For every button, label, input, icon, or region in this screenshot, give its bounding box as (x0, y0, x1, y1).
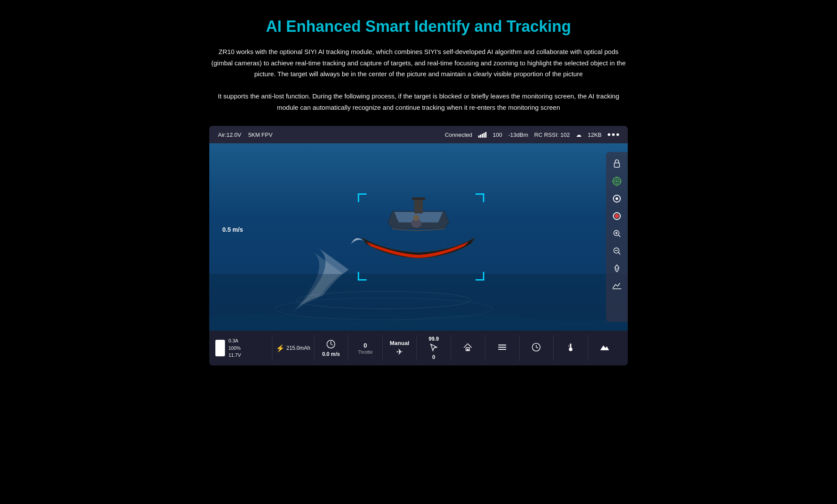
air-voltage: Air:12.0V (218, 132, 241, 138)
altitude-section[interactable] (588, 335, 622, 361)
bars-icon (497, 342, 507, 354)
ai-target-icon-btn[interactable] (609, 174, 624, 189)
tracking-corner-bl (358, 272, 367, 281)
rc-rssi: RC RSSI: 102 (534, 132, 570, 138)
mode-icon: ✈ (396, 347, 403, 357)
tracking-corner-tr (476, 193, 484, 202)
page-title: AI Enhanced Smart Identify and Tracking (266, 17, 571, 36)
drone-ui-container: Air:12.0V 5KM FPV Connected 100 -13dBm R… (209, 126, 628, 365)
charge-value: 215.0mAh (286, 345, 310, 351)
temperature-section[interactable] (553, 335, 587, 361)
charge-icon: ⚡ (276, 344, 285, 352)
home-icon (463, 342, 473, 354)
signal-dbm: -13dBm (508, 132, 528, 138)
mode-section: Manual ✈ (382, 335, 416, 361)
photo-icon-btn[interactable] (609, 191, 624, 206)
mode-top-value: 99.9 (429, 336, 439, 342)
right-sidebar (606, 152, 628, 322)
status-bar: Air:12.0V 5KM FPV Connected 100 -13dBm R… (209, 126, 628, 143)
tracking-corner-tl (358, 193, 367, 202)
throttle-label: Throttle (358, 350, 373, 355)
speed-overlay: 0.5 m/s (222, 226, 243, 233)
video-area: 0.5 m/s (209, 143, 628, 331)
gps-icon (429, 343, 438, 353)
flight-mode: Manual (390, 340, 409, 346)
charge-section: ⚡ 215.0mAh (272, 335, 314, 361)
battery-fill (216, 341, 224, 355)
zoom-in-icon-btn[interactable] (609, 226, 624, 241)
svg-point-10 (616, 180, 618, 182)
macro-icon-btn[interactable] (609, 261, 624, 276)
svg-line-36 (536, 347, 538, 348)
battery-current: 0.3A (228, 337, 241, 345)
temperature-icon (566, 342, 575, 354)
svg-rect-31 (498, 345, 506, 345)
altitude-icon (600, 342, 609, 354)
clock-icon (531, 342, 541, 354)
fpv-range: 5KM FPV (248, 132, 272, 138)
battery-stats: 0.3A 100% 11.7V (228, 337, 241, 359)
clock-section[interactable] (519, 335, 553, 361)
status-left: Air:12.0V 5KM FPV (218, 132, 272, 138)
dots-menu[interactable] (608, 133, 619, 136)
page-wrapper: AI Enhanced Smart Identify and Tracking … (0, 0, 837, 504)
mode-bottom-value: 0 (432, 354, 436, 360)
svg-line-24 (619, 253, 621, 255)
speed-value-bottom: 0.0 m/s (322, 351, 340, 357)
description-para1: ZR10 works with the optional SIYI AI tra… (209, 46, 628, 80)
description-para2: It supports the anti-lost function. Duri… (209, 91, 628, 113)
connection-status: Connected (445, 132, 472, 138)
throttle-section: 0 Throttle (348, 335, 382, 361)
speed-icon (326, 339, 336, 350)
svg-rect-32 (498, 347, 506, 348)
svg-point-38 (569, 348, 572, 351)
svg-point-16 (616, 197, 618, 200)
charge-row: ⚡ 215.0mAh (276, 344, 310, 352)
mode-values-section: 99.9 0 (416, 335, 450, 361)
svg-rect-30 (467, 349, 469, 351)
svg-point-18 (615, 214, 619, 218)
bars-section[interactable] (485, 335, 519, 361)
tracking-corner-br (476, 272, 484, 281)
svg-rect-7 (614, 163, 619, 167)
battery-section: 0.3A 100% 11.7V (215, 337, 272, 359)
speed-value: 0.5 m/s (222, 226, 243, 233)
battery-percent: 100% (228, 345, 241, 352)
record-icon-btn[interactable] (609, 209, 624, 223)
bottom-bar: 0.3A 100% 11.7V ⚡ 215.0mAh 0.0 m/s (209, 331, 628, 365)
status-right: Connected 100 -13dBm RC RSSI: 102 ☁ 12KB (445, 132, 619, 138)
tracking-box (358, 193, 484, 281)
throttle-value: 0 (364, 342, 367, 349)
battery-icon (215, 340, 225, 356)
battery-voltage: 11.7V (228, 352, 241, 359)
bandwidth-value: 12KB (588, 132, 602, 138)
signal-icon (478, 132, 487, 138)
bandwidth-icon: ☁ (576, 132, 582, 138)
home-section[interactable] (451, 335, 485, 361)
svg-line-20 (619, 235, 621, 237)
zoom-out-icon-btn[interactable] (609, 244, 624, 258)
svg-rect-33 (498, 349, 506, 350)
speed-section: 0.0 m/s (314, 335, 348, 361)
description-block: ZR10 works with the optional SIYI AI tra… (209, 46, 628, 113)
horizon-icon-btn[interactable] (609, 278, 624, 293)
signal-strength: 100 (493, 132, 502, 138)
lock-icon-btn[interactable] (609, 156, 624, 171)
svg-rect-2 (209, 274, 628, 331)
